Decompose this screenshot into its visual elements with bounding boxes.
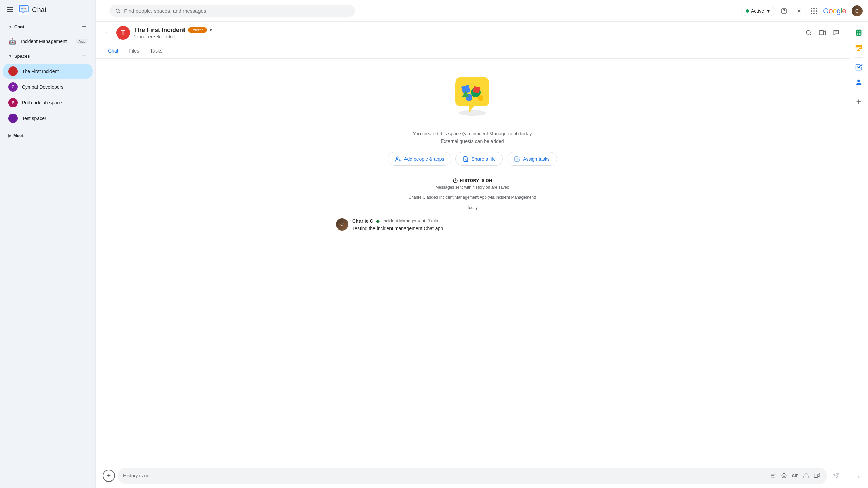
svg-rect-17	[478, 95, 483, 101]
header-thread-button[interactable]	[830, 27, 842, 39]
chat-section-label: Chat	[14, 24, 24, 29]
upload-icon	[803, 473, 809, 479]
diamond-icon: ◆	[376, 218, 380, 224]
sidebar: Chat ▼ Chat + 🤖 Incident Management App …	[0, 0, 95, 488]
svg-rect-36	[859, 34, 860, 35]
assign-tasks-icon	[514, 156, 520, 162]
message-sender: Charlie C	[352, 218, 373, 224]
format-text-button[interactable]	[768, 471, 778, 480]
add-attachment-button[interactable]: +	[103, 470, 115, 482]
google-logo: Google	[823, 6, 846, 15]
system-message: Charlie C added Incident Management App …	[409, 195, 536, 200]
space-dropdown-icon[interactable]: ▾	[210, 27, 212, 33]
settings-button[interactable]	[793, 5, 805, 17]
apps-grid-icon	[811, 8, 817, 14]
send-icon	[833, 472, 839, 479]
add-chat-button[interactable]: +	[80, 23, 87, 31]
add-video-button[interactable]	[812, 471, 822, 480]
message-input[interactable]	[123, 473, 766, 478]
chat-body: You created this space (via Incident Man…	[96, 59, 849, 463]
gif-button[interactable]: GIF	[790, 471, 800, 480]
tasks-button[interactable]	[852, 60, 866, 74]
person-icon	[855, 78, 863, 86]
add-space-button[interactable]: +	[80, 52, 87, 60]
format-text-icon	[770, 473, 776, 479]
share-file-label: Share a file	[471, 156, 496, 162]
right-add-button[interactable]	[852, 95, 866, 108]
status-button[interactable]: Active ▼	[741, 6, 775, 16]
tab-files[interactable]: Files	[124, 44, 145, 58]
header-thread-icon	[833, 29, 839, 36]
spaces-section-header[interactable]: ▼ Spaces +	[3, 49, 93, 63]
google-sheets-icon	[855, 29, 863, 36]
svg-rect-34	[859, 33, 860, 34]
google-sheets-button[interactable]	[852, 26, 866, 40]
space-avatar-t2: T	[8, 114, 18, 123]
poll-codelab-label: Poll codelab space	[22, 100, 87, 105]
assign-tasks-label: Assign tasks	[523, 156, 550, 162]
expand-button[interactable]	[852, 470, 866, 484]
menu-icon[interactable]	[5, 6, 14, 13]
space-meta: 1 member • Restricted	[134, 34, 798, 39]
welcome-illustration	[450, 74, 495, 119]
sidebar-item-first-incident[interactable]: T The First Incident	[3, 64, 93, 79]
chat-header-actions	[803, 27, 842, 39]
send-button[interactable]	[830, 470, 842, 482]
share-file-icon	[462, 156, 469, 162]
space-avatar-t1: T	[8, 66, 18, 76]
svg-point-2	[23, 8, 25, 10]
help-button[interactable]	[778, 5, 790, 17]
right-sidebar	[849, 22, 868, 488]
header-video-button[interactable]	[816, 27, 828, 39]
chat-header: ← T The First Incident External ▾ 1 memb…	[96, 22, 849, 44]
tasks-icon	[855, 63, 863, 71]
header-search-button[interactable]	[803, 27, 815, 39]
add-people-apps-button[interactable]: Add people & apps	[388, 152, 451, 166]
chat-logo-icon	[18, 4, 29, 15]
user-avatar[interactable]: C	[852, 5, 863, 16]
external-badge: External	[188, 27, 207, 33]
share-file-button[interactable]: Share a file	[455, 152, 503, 166]
chat-header-info: The First Incident External ▾ 1 member •…	[134, 27, 798, 39]
space-name: The First Incident	[134, 27, 185, 34]
chat-section-header[interactable]: ▼ Chat +	[3, 20, 93, 33]
svg-rect-35	[857, 34, 858, 35]
space-header-avatar: T	[116, 26, 130, 40]
header-video-icon	[819, 29, 826, 36]
search-input[interactable]	[124, 8, 350, 14]
chat-chevron-icon: ▼	[8, 24, 12, 29]
svg-rect-33	[857, 33, 858, 34]
svg-point-12	[459, 110, 486, 116]
back-button[interactable]: ←	[103, 28, 112, 38]
svg-point-25	[783, 475, 784, 476]
notification-button[interactable]	[852, 41, 866, 55]
person-button[interactable]	[852, 75, 866, 89]
apps-grid-button[interactable]	[808, 5, 820, 17]
sidebar-item-poll-codelab[interactable]: P Poll codelab space	[3, 95, 93, 110]
sidebar-item-test-space[interactable]: T Test space!	[3, 111, 93, 126]
svg-rect-32	[859, 31, 860, 32]
svg-point-26	[785, 475, 785, 476]
sidebar-item-cymbal-developers[interactable]: C Cymbal Developers	[3, 79, 93, 94]
history-sub: Messages sent with history on are saved	[436, 185, 510, 190]
right-divider	[855, 57, 863, 58]
sidebar-item-incident-management[interactable]: 🤖 Incident Management App	[3, 34, 93, 48]
assign-tasks-button[interactable]: Assign tasks	[507, 152, 557, 166]
tab-tasks[interactable]: Tasks	[145, 44, 168, 58]
emoji-icon	[781, 473, 787, 479]
today-divider: Today	[467, 205, 478, 210]
sidebar-header: Chat	[0, 0, 95, 19]
tab-chat[interactable]: Chat	[103, 44, 124, 58]
input-box[interactable]: GIF	[118, 468, 827, 484]
upload-button[interactable]	[801, 471, 811, 480]
meet-section-label: Meet	[13, 133, 24, 138]
test-space-label: Test space!	[22, 116, 87, 121]
message-content: Charlie C ◆ Incident Management 3 min Te…	[352, 218, 609, 232]
search-icon	[115, 8, 121, 14]
emoji-button[interactable]	[779, 471, 789, 480]
chat-input-area: +	[96, 463, 849, 488]
meet-section-header[interactable]: ▶ Meet	[3, 130, 93, 141]
svg-point-24	[782, 473, 786, 478]
message-avatar: C	[336, 218, 348, 231]
search-input-wrap[interactable]	[109, 5, 355, 17]
